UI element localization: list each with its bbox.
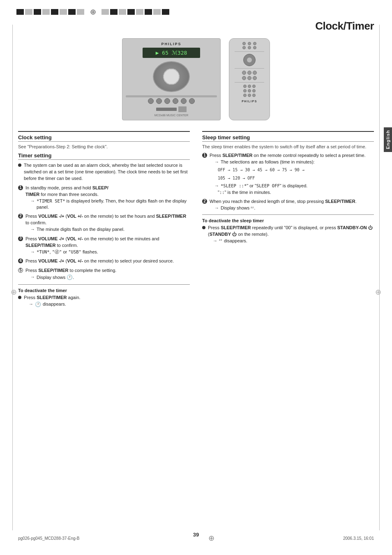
- bar-seg-r2: [110, 9, 118, 15]
- deactivate-timer-item: Press SLEEP/TIMER again. → 🕐 disappears.: [18, 295, 190, 308]
- left-border: [12, 25, 13, 530]
- timer-step-5: 5 Press SLEEP/TIMER to complete the sett…: [18, 267, 190, 281]
- remote-nav-circle: [243, 54, 256, 66]
- top-bar-segments-right: [101, 9, 169, 15]
- timer-setting-title: Timer setting: [18, 152, 190, 160]
- deactivate-sleep-timer-list: Press SLEEP/TIMER repeatedly until "00" …: [202, 225, 374, 244]
- step-2-arrow: → The minute digits flash on the display…: [25, 226, 190, 233]
- sleep-timer-title: Sleep timer setting: [202, 134, 374, 142]
- r-btn: [243, 89, 247, 92]
- stereo-btn-1: [148, 98, 154, 104]
- page-title: Clock/Timer: [315, 20, 374, 32]
- timer-step-2: 2 Press VOLUME -/+ (VOL +/- on the remot…: [18, 213, 190, 233]
- step-5-arrow: → Display shows 🕐.: [25, 274, 116, 281]
- bar-seg-r7: [153, 9, 161, 15]
- right-column: Sleep timer setting The sleep timer enab…: [202, 131, 374, 311]
- step-4-content: Press VOLUME -/+ (VOL +/- on the remote)…: [25, 258, 174, 265]
- deactivate-sleep-content: Press SLEEP/TIMER repeatedly until "00" …: [208, 225, 373, 244]
- bar-seg-8: [77, 9, 84, 15]
- remote-row-3: [242, 76, 257, 80]
- deactivate-timer-title: To deactivate the timer: [18, 288, 190, 293]
- r-btn: [248, 42, 251, 45]
- bar-seg-r4: [127, 9, 135, 15]
- step-3-content: Press VOLUME -/+ (VOL +/- on the remote)…: [25, 236, 190, 255]
- bar-seg-6: [60, 9, 67, 15]
- r-btn: [242, 42, 246, 45]
- r-btn: [253, 71, 257, 75]
- bullet-dot-sleep-deactivate: [202, 226, 205, 229]
- zz-display-icon: ᶻᶻ: [251, 206, 254, 210]
- r-btn: [248, 46, 251, 49]
- time-flow-1: OFF → 15 → 30 → 45 → 60 → 75 → 90 →: [210, 166, 366, 173]
- stereo-brand-label: PHILIPS: [161, 42, 181, 46]
- sleep-step-2: 2 When you reach the desired length of t…: [202, 198, 374, 211]
- r-btn: [247, 76, 251, 80]
- sleep-step-1: 1 Press SLEEP/TIMER on the remote contro…: [202, 152, 374, 196]
- sleep-step-1-arrow2: → *SLEEP ::*" or "SLEEP OFF" is displaye…: [210, 183, 366, 189]
- remote-divider-1: [235, 51, 264, 52]
- r-btn: [248, 85, 251, 88]
- clock-disappears-icon: 🕐: [35, 301, 41, 308]
- bar-seg-7: [68, 9, 76, 15]
- bullet-dot-intro: [18, 164, 21, 167]
- sleep-step-num-2: 2: [202, 199, 207, 204]
- deactivate-timer-content: Press SLEEP/TIMER again. → 🕐 disappears.: [24, 295, 81, 308]
- r-btn: [248, 94, 251, 97]
- step-num-3: 3: [18, 236, 23, 241]
- bullet-dot-deactivate: [18, 296, 21, 299]
- top-cross-mark: ⊕: [88, 7, 97, 16]
- r-btn: [247, 71, 251, 75]
- bar-seg-r3: [119, 9, 126, 15]
- main-content: PHILIPS ▶ 65 ℳ328 MCDx88 MUSIC CENTER: [0, 34, 392, 311]
- stereo-btn-2: [156, 98, 162, 104]
- top-bar-segments-left: [16, 9, 84, 15]
- timer-intro-text: The system can be used as an alarm clock…: [24, 162, 190, 182]
- remote-row-6: [243, 94, 256, 97]
- remote-nav-inner: [247, 58, 252, 62]
- r-btn: [252, 94, 256, 97]
- step-num-5: 5: [18, 268, 23, 273]
- step-3-arrow: → *TUN*, "ⓓ" or "USB" flashes.: [25, 249, 190, 255]
- page-number-area: 39: [193, 532, 199, 538]
- timer-setting-section: Timer setting The system can be used as …: [18, 152, 190, 308]
- left-column: Clock setting See "Preparations-Step 2: …: [18, 131, 190, 311]
- step-1-content: In standby mode, press and hold SLEEP/TI…: [25, 185, 190, 211]
- remote-row-4: [243, 85, 256, 88]
- step-num-4: 4: [18, 258, 23, 263]
- deactivate-sleep-timer-title: To deactivate the sleep timer: [202, 218, 374, 223]
- timer-step-1: 1 In standby mode, press and hold SLEEP/…: [18, 185, 190, 211]
- stereo-btn-5: [181, 98, 187, 104]
- sleep-step-1-arrow3: "::" is the time in minutes.: [210, 189, 366, 196]
- timer-intro-item: The system can be used as an alarm clock…: [18, 162, 190, 182]
- remote-row-5: [243, 89, 256, 92]
- deactivate-sleep-arrow: → ᶻᶻ disappears.: [208, 238, 373, 244]
- step-num-2: 2: [18, 214, 23, 219]
- right-border: [379, 25, 380, 530]
- bar-seg-r5: [136, 9, 143, 15]
- sleep-timer-list: 1 Press SLEEP/TIMER on the remote contro…: [202, 152, 374, 211]
- r-btn: [252, 89, 256, 92]
- r-btn: [253, 42, 256, 45]
- bar-seg-3: [34, 9, 41, 15]
- bar-seg-1: [16, 9, 24, 15]
- left-cross-mark: ⊕: [11, 288, 17, 297]
- sleep-step-2-arrow: → Display shows ᶻᶻ.: [210, 205, 357, 211]
- step-5-content: Press SLEEP/TIMER to complete the settin…: [25, 267, 116, 281]
- r-btn: [253, 76, 257, 80]
- clock-setting-section: Clock setting See "Preparations-Step 2: …: [18, 134, 190, 149]
- bar-seg-2: [25, 9, 32, 15]
- top-decorative-bar: ⊕: [0, 0, 392, 16]
- stereo-unit-image: PHILIPS ▶ 65 ℳ328 MCDx88 MUSIC CENTER: [122, 38, 221, 120]
- r-btn: [252, 85, 256, 88]
- r-btn: [248, 89, 251, 92]
- r-btn: [243, 85, 247, 88]
- remote-row-1: [242, 42, 256, 49]
- timer-step-3: 3 Press VOLUME -/+ (VOL +/- on the remot…: [18, 236, 190, 255]
- sleep-step-1-content: Press SLEEP/TIMER on the remote control …: [210, 152, 366, 196]
- r-btn: [253, 46, 256, 49]
- r-btn: [242, 76, 246, 80]
- right-cross-mark: ⊕: [375, 288, 381, 297]
- clock-setting-subtitle: See "Preparations-Step 2: Setting the cl…: [18, 144, 190, 149]
- remote-unit-image: PHILIPS: [229, 38, 270, 120]
- deactivate-timer-arrow: → 🕐 disappears.: [24, 301, 81, 308]
